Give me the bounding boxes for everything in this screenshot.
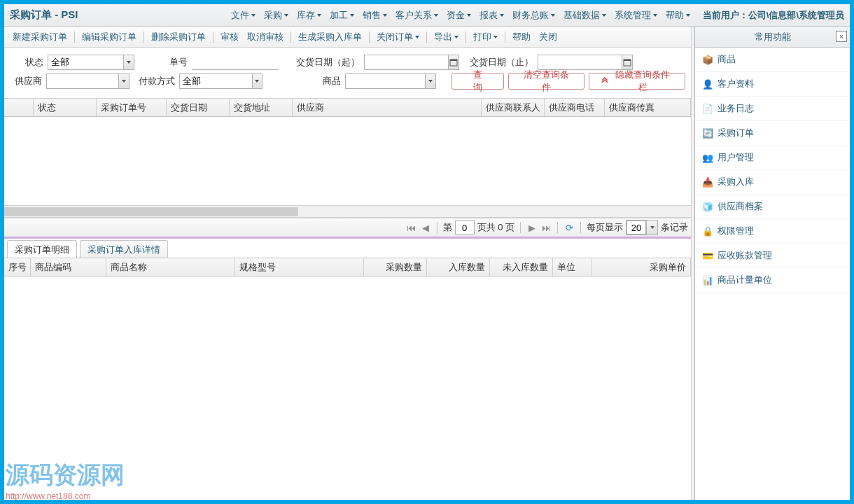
tb-close-order[interactable]: 关闭订单 bbox=[372, 31, 424, 43]
sidebar-item-icon: 📦 bbox=[702, 54, 713, 65]
supplier-input[interactable] bbox=[47, 74, 118, 88]
pager-bar: ⏮ ◀ 第 页共 0 页 ▶ ⏭ ⟳ 每页显示 条记录 bbox=[4, 218, 691, 237]
tb-delete[interactable]: 删除采购订单 bbox=[147, 31, 210, 43]
tb-gen-receipt[interactable]: 生成采购入库单 bbox=[294, 31, 366, 43]
header-bar: 采购订单 - PSI 文件 采购 库存 加工 销售 客户关系 资金 报表 财务总… bbox=[4, 4, 850, 27]
deliver-to-input[interactable] bbox=[538, 55, 622, 69]
sidebar-item[interactable]: 📦商品 bbox=[695, 48, 850, 72]
calendar-icon[interactable] bbox=[448, 55, 458, 69]
col-rownum[interactable] bbox=[4, 99, 34, 116]
supplier-combo[interactable] bbox=[46, 74, 130, 89]
menu-process[interactable]: 加工 bbox=[326, 9, 358, 22]
pager-prev-icon[interactable]: ◀ bbox=[420, 222, 431, 233]
side-panel: 常用功能 × 📦商品👤客户资料📄业务日志🔄采购订单👥用户管理📥采购入库🧊供应商档… bbox=[694, 27, 850, 500]
menu-help[interactable]: 帮助 bbox=[662, 9, 694, 22]
page-title: 采购订单 - PSI bbox=[10, 8, 78, 22]
query-button[interactable]: 查询 bbox=[451, 73, 504, 90]
deliver-from-date[interactable] bbox=[364, 55, 459, 70]
chevron-down-icon[interactable] bbox=[118, 74, 129, 88]
chevron-down-icon[interactable] bbox=[425, 74, 435, 88]
tb-audit[interactable]: 审核 bbox=[216, 31, 243, 43]
detail-grid-body[interactable] bbox=[4, 276, 691, 500]
chevron-down-icon[interactable] bbox=[123, 55, 134, 69]
goods-combo[interactable] bbox=[345, 74, 436, 89]
sidebar-item[interactable]: 📄业务日志 bbox=[695, 97, 850, 121]
dcol-unit[interactable]: 单位 bbox=[553, 258, 592, 276]
tb-export[interactable]: 导出 bbox=[430, 31, 463, 43]
col-status[interactable]: 状态 bbox=[34, 99, 97, 116]
col-orderno[interactable]: 采购订单号 bbox=[97, 99, 167, 116]
sidebar-item[interactable]: 👤客户资料 bbox=[695, 72, 850, 97]
sidebar-item[interactable]: 👥用户管理 bbox=[695, 146, 850, 170]
tb-unaudit[interactable]: 取消审核 bbox=[243, 31, 288, 43]
dcol-restqty[interactable]: 未入库数量 bbox=[490, 258, 553, 276]
horizontal-scrollbar[interactable] bbox=[4, 205, 691, 217]
menu-report[interactable]: 报表 bbox=[475, 9, 508, 22]
col-phone[interactable]: 供应商电话 bbox=[545, 99, 605, 116]
sidebar-item[interactable]: 🔄采购订单 bbox=[695, 121, 850, 146]
chevron-down-icon[interactable] bbox=[252, 74, 262, 88]
tab-receipt-detail[interactable]: 采购订单入库详情 bbox=[80, 240, 168, 258]
menu-stock[interactable]: 库存 bbox=[293, 9, 326, 22]
dcol-inqty[interactable]: 入库数量 bbox=[427, 258, 490, 276]
tab-order-detail[interactable]: 采购订单明细 bbox=[7, 240, 77, 258]
tb-new[interactable]: 新建采购订单 bbox=[8, 31, 71, 43]
col-fax[interactable]: 供应商传真 bbox=[605, 99, 691, 116]
tb-help[interactable]: 帮助 bbox=[508, 31, 535, 43]
sidebar-item[interactable]: 💳应收账款管理 bbox=[695, 244, 850, 268]
chevron-down-icon[interactable] bbox=[646, 220, 657, 234]
col-supplier[interactable]: 供应商 bbox=[293, 99, 482, 116]
col-deliveraddr[interactable]: 交货地址 bbox=[230, 99, 293, 116]
dcol-spec[interactable]: 规格型号 bbox=[235, 258, 364, 276]
payment-combo[interactable] bbox=[179, 74, 262, 89]
dcol-code[interactable]: 商品编码 bbox=[31, 258, 106, 276]
deliver-to-date[interactable] bbox=[538, 55, 633, 70]
menu-ledger[interactable]: 财务总账 bbox=[508, 9, 559, 22]
calendar-icon[interactable] bbox=[622, 55, 632, 69]
menu-file[interactable]: 文件 bbox=[227, 9, 260, 22]
pager-first-icon[interactable]: ⏮ bbox=[406, 222, 417, 233]
pager-page-input[interactable] bbox=[455, 220, 475, 234]
menu-crm[interactable]: 客户关系 bbox=[391, 9, 442, 22]
billno-input[interactable] bbox=[192, 55, 279, 69]
pager-next-icon[interactable]: ▶ bbox=[526, 222, 538, 233]
sidebar-item-icon: 📊 bbox=[702, 274, 713, 286]
dcol-qty[interactable]: 采购数量 bbox=[364, 258, 427, 276]
sidebar-item[interactable]: 🔒权限管理 bbox=[695, 219, 850, 244]
status-combo[interactable] bbox=[48, 55, 134, 70]
goods-input[interactable] bbox=[346, 74, 425, 88]
pager-last-icon[interactable]: ⏭ bbox=[540, 222, 552, 233]
status-input[interactable] bbox=[48, 55, 123, 69]
pager-refresh-icon[interactable]: ⟳ bbox=[564, 222, 575, 233]
scrollbar-thumb[interactable] bbox=[4, 207, 298, 216]
close-icon[interactable]: × bbox=[836, 31, 847, 42]
hide-filter-button[interactable]: 隐藏查询条件栏 bbox=[589, 73, 685, 90]
clear-button[interactable]: 清空查询条件 bbox=[508, 73, 584, 90]
order-grid-body[interactable] bbox=[4, 117, 691, 205]
chevron-down-icon bbox=[454, 36, 458, 38]
pager-perpage-input[interactable] bbox=[626, 220, 646, 234]
sidebar-item-label: 商品计量单位 bbox=[718, 274, 772, 286]
dcol-seq[interactable]: 序号 bbox=[4, 258, 31, 276]
tb-edit[interactable]: 编辑采购订单 bbox=[78, 31, 141, 43]
dcol-price[interactable]: 采购单价 bbox=[592, 258, 691, 276]
chevron-down-icon bbox=[493, 36, 498, 38]
menu-fund[interactable]: 资金 bbox=[442, 9, 475, 22]
dcol-name[interactable]: 商品名称 bbox=[106, 258, 235, 276]
col-deliverdate[interactable]: 交货日期 bbox=[167, 99, 230, 116]
payment-input[interactable] bbox=[180, 74, 251, 88]
menu-purchase[interactable]: 采购 bbox=[260, 9, 293, 22]
detail-grid-header: 序号 商品编码 商品名称 规格型号 采购数量 入库数量 未入库数量 单位 采购单… bbox=[4, 258, 691, 276]
menu-basedata[interactable]: 基础数据 bbox=[559, 9, 610, 22]
tb-print[interactable]: 打印 bbox=[469, 31, 502, 43]
menu-system[interactable]: 系统管理 bbox=[610, 9, 662, 22]
col-contact[interactable]: 供应商联系人 bbox=[482, 99, 545, 116]
deliver-from-input[interactable] bbox=[365, 55, 448, 69]
chevron-down-icon bbox=[284, 14, 288, 17]
sidebar-item[interactable]: 📥采购入库 bbox=[695, 170, 850, 195]
sidebar-item[interactable]: 🧊供应商档案 bbox=[695, 195, 850, 219]
pager-perpage-combo[interactable] bbox=[626, 220, 658, 235]
menu-sales[interactable]: 销售 bbox=[358, 9, 391, 22]
sidebar-item[interactable]: 📊商品计量单位 bbox=[695, 268, 850, 293]
tb-close[interactable]: 关闭 bbox=[535, 31, 561, 43]
